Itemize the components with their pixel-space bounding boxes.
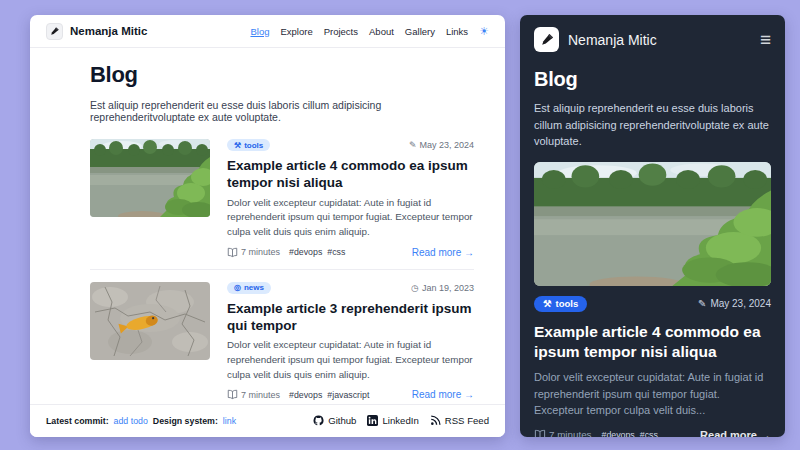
category-badge-tools[interactable]: ⚒ tools [534, 296, 587, 312]
article-title[interactable]: Example article 4 commodo ea ipsum tempo… [227, 157, 474, 192]
linkedin-link[interactable]: LinkedIn [367, 415, 418, 426]
book-icon [534, 429, 546, 437]
reading-time-label: 7 minutes [549, 429, 591, 437]
desktop-footer: Latest commit: add todo Design system: l… [30, 404, 505, 437]
badge-label: tools [556, 298, 579, 309]
article-image-river[interactable] [534, 162, 771, 286]
pencil-icon: ✎ [409, 140, 417, 150]
nav-item-blog[interactable]: Blog [250, 26, 269, 37]
article-body: ◎ news ◷ Jan 19, 2023 Example article 3 … [227, 282, 474, 401]
rss-link[interactable]: RSS Feed [430, 415, 489, 426]
latest-commit-link[interactable]: add todo [114, 416, 148, 426]
tools-icon: ⚒ [543, 298, 552, 309]
main-nav: Blog Explore Projects About Gallery Link… [250, 26, 489, 37]
reading-time: 7 minutes [227, 247, 280, 258]
badge-label: tools [244, 141, 263, 150]
site-brand[interactable]: Nemanja Mitic [534, 27, 657, 52]
reading-time-label: 7 minutes [241, 247, 280, 257]
clock-icon: ◷ [411, 283, 419, 293]
article-date: ✎ May 23, 2024 [409, 140, 474, 150]
hamburger-menu-icon[interactable]: ≡ [760, 30, 771, 49]
desktop-header: Nemanja Mitic Blog Explore Projects Abou… [30, 15, 505, 48]
design-system-link[interactable]: link [223, 416, 236, 426]
article-thumbnail-river[interactable] [90, 139, 210, 217]
tag-devops[interactable]: #devops [289, 247, 322, 257]
date-label: May 23, 2024 [710, 298, 771, 309]
article-body: ⚒ tools ✎ May 23, 2024 Example article 4… [227, 139, 474, 258]
desktop-preview-panel: Nemanja Mitic Blog Explore Projects Abou… [30, 15, 505, 437]
category-badge-tools[interactable]: ⚒ tools [227, 139, 270, 151]
tag-devops[interactable]: #devops [601, 430, 634, 437]
site-name: Nemanja Mitic [70, 25, 147, 37]
site-brand[interactable]: Nemanja Mitic [46, 23, 147, 40]
page-intro: Est aliquip reprehenderit eu esse duis l… [90, 99, 474, 123]
mobile-content: Blog Est aliquip reprehenderit eu esse d… [520, 68, 785, 437]
pencil-icon: ✎ [698, 298, 706, 309]
design-system-label: Design system: [153, 416, 218, 426]
reading-time-label: 7 minutes [241, 390, 280, 400]
read-more-link[interactable]: Read more → [700, 429, 771, 437]
news-icon: ◎ [234, 283, 241, 292]
page-title: Blog [534, 68, 771, 91]
latest-commit-label: Latest commit: [46, 416, 109, 426]
tag-css[interactable]: #css [327, 247, 345, 257]
tools-icon: ⚒ [234, 141, 241, 150]
nav-item-gallery[interactable]: Gallery [405, 26, 435, 37]
reading-time: 7 minutes [534, 429, 591, 437]
linkedin-icon [367, 415, 378, 426]
github-label: Github [328, 415, 356, 426]
desktop-content: Blog Est aliquip reprehenderit eu esse d… [30, 48, 505, 437]
github-icon [313, 415, 324, 426]
category-badge-news[interactable]: ◎ news [227, 282, 271, 294]
article-row: ⚒ tools ✎ May 23, 2024 Example article 4… [90, 127, 474, 270]
nav-item-explore[interactable]: Explore [280, 26, 312, 37]
article-description: Dolor velit excepteur cupidatat: Aute in… [227, 338, 474, 382]
rss-label: RSS Feed [445, 415, 489, 426]
article-row: ◎ news ◷ Jan 19, 2023 Example article 3 … [90, 270, 474, 413]
tag-css[interactable]: #css [640, 430, 658, 437]
rss-icon [430, 415, 441, 426]
tag-javascript[interactable]: #javascript [327, 390, 369, 400]
article-date: ◷ Jan 19, 2023 [411, 283, 474, 293]
date-label: Jan 19, 2023 [422, 283, 474, 293]
book-icon [227, 247, 238, 258]
article-thumbnail-rock[interactable] [90, 282, 210, 360]
github-link[interactable]: Github [313, 415, 356, 426]
book-icon [227, 389, 238, 400]
site-logo-pen-icon [534, 27, 559, 52]
nav-item-projects[interactable]: Projects [324, 26, 358, 37]
mobile-preview-panel: Nemanja Mitic ≡ Blog Est aliquip reprehe… [520, 15, 785, 437]
mobile-header: Nemanja Mitic ≡ [520, 15, 785, 60]
page-title: Blog [90, 62, 474, 88]
nav-item-about[interactable]: About [369, 26, 394, 37]
nav-item-links[interactable]: Links [446, 26, 468, 37]
article-title[interactable]: Example article 4 commodo ea ipsum tempo… [534, 322, 771, 363]
tag-devops[interactable]: #devops [289, 390, 322, 400]
article-title[interactable]: Example article 3 reprehenderit ipsum qu… [227, 300, 474, 335]
article-date: ✎ May 23, 2024 [698, 298, 771, 309]
article-description: Dolor velit excepteur cupidatat: Aute in… [227, 196, 474, 240]
page-intro: Est aliquip reprehenderit eu esse duis l… [534, 100, 771, 150]
read-more-link[interactable]: Read more → [412, 247, 474, 258]
badge-label: news [244, 283, 264, 292]
site-name: Nemanja Mitic [568, 32, 657, 48]
read-more-link[interactable]: Read more → [412, 389, 474, 400]
date-label: May 23, 2024 [419, 140, 474, 150]
site-logo-pen-icon [46, 23, 63, 40]
article-description: Dolor velit excepteur cupidatat: Aute in… [534, 369, 771, 419]
theme-toggle-sun-icon[interactable]: ☀ [479, 26, 489, 37]
linkedin-label: LinkedIn [382, 415, 418, 426]
reading-time: 7 minutes [227, 389, 280, 400]
